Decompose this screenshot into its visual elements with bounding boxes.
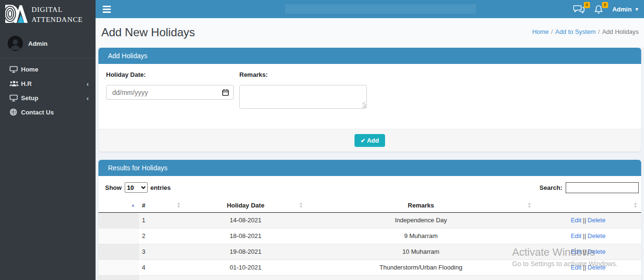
sidebar-user-name: Admin (28, 40, 47, 47)
brand-name: DIGITAL ATTENDANCE (32, 5, 83, 25)
results-panel: Results for Holidays Show 10 entries Sea… (98, 160, 641, 280)
chat-icon (573, 5, 585, 13)
globe-icon (10, 108, 20, 116)
remarks-textarea[interactable] (239, 85, 367, 109)
sort-icons: ▲▼ (299, 202, 303, 208)
column-header-sorted[interactable]: ▲ (98, 199, 139, 212)
cell-num: 1 (139, 212, 184, 228)
avatar (8, 36, 23, 51)
chevron-down-icon: ▼ (634, 7, 639, 12)
search-label: Search: (539, 184, 562, 191)
table-search-input[interactable] (566, 182, 639, 193)
cell-remarks: Independence Day (307, 212, 535, 228)
edit-link[interactable]: Edit (571, 232, 581, 239)
cell-date: 01-10-2021 (184, 259, 307, 275)
add-holidays-panel: Add Holidays Holiday Date: Remarks: (98, 48, 641, 152)
results-panel-title: Results for Holidays (98, 160, 641, 176)
sort-icons: ▲▼ (177, 202, 181, 208)
table-row: 3 19-08-2021 10 Muharram Edit||Delete (98, 244, 641, 259)
app-window: DIGITAL ATTENDANCE Admin (0, 0, 644, 280)
chat-button[interactable]: 0 (573, 5, 585, 13)
cell-num: 3 (139, 244, 184, 259)
brand-logo-icon (3, 3, 28, 26)
cell-num: 2 (139, 228, 184, 244)
add-button[interactable]: ✔Add (354, 134, 385, 147)
hamburger-menu-icon[interactable] (96, 0, 118, 18)
sidebar-item-hr[interactable]: H.R ‹ (0, 76, 96, 91)
add-holidays-panel-title: Add Holidays (98, 48, 641, 64)
column-header-actions[interactable]: ▲▼ (535, 199, 641, 212)
cell-remarks: 10 Muharram (307, 244, 535, 259)
breadcrumb-current: Add Holidays (602, 28, 639, 35)
sidebar-item-setup[interactable]: Setup ‹ (0, 91, 96, 105)
sort-asc-icon: ▲ (131, 203, 135, 207)
column-header-holiday-date[interactable]: Holiday Date▲▼ (184, 199, 307, 212)
holiday-date-input[interactable] (106, 85, 234, 100)
table-row: 1 14-08-2021 Independence Day Edit||Dele… (98, 212, 641, 228)
cell-num: 4 (139, 259, 184, 275)
monitor-icon (10, 94, 20, 102)
cell-remarks: Thunderstorm/Urban Flooding (307, 259, 535, 275)
table-header-row: ▲ #▲▼ Holiday Date▲▼ Remarks▲▼ ▲▼ (98, 199, 641, 212)
column-header-num[interactable]: #▲▼ (139, 199, 184, 212)
brand: DIGITAL ATTENDANCE (0, 0, 96, 30)
delete-link[interactable]: Delete (588, 232, 606, 239)
notifications-button[interactable]: 0 (594, 5, 603, 14)
sidebar-item-contact-us[interactable]: Contact Us (0, 105, 96, 119)
sidebar-menu: Home H.R ‹ (0, 58, 96, 119)
table-row: 4 01-10-2021 Thunderstorm/Urban Flooding… (98, 259, 641, 275)
calendar-icon[interactable] (222, 89, 229, 98)
holiday-date-label: Holiday Date: (106, 71, 146, 78)
breadcrumb-home-link[interactable]: Home (532, 28, 549, 35)
sidebar-item-home[interactable]: Home (0, 62, 96, 76)
edit-link[interactable]: Edit (571, 217, 581, 224)
main-content: Add New Holidays Home/Add to System/Add … (96, 18, 644, 280)
sort-icons: ▲▼ (633, 202, 637, 208)
cell-remarks: 9 Muharram (307, 228, 535, 244)
sort-icons: ▲▼ (527, 202, 531, 208)
cell-date: 18-08-2021 (184, 228, 307, 244)
cell-date: 14-08-2021 (184, 212, 307, 228)
topbar: 0 0 Admin ▼ (96, 0, 644, 18)
page-length-control: Show 10 entries (105, 182, 171, 193)
chevron-left-icon: ‹ (86, 80, 89, 87)
chevron-left-icon: ‹ (86, 94, 89, 102)
topbar-search-input[interactable] (285, 4, 476, 14)
column-header-remarks[interactable]: Remarks▲▼ (307, 199, 535, 212)
edit-link[interactable]: Edit (571, 248, 581, 255)
holidays-table: ▲ #▲▼ Holiday Date▲▼ Remarks▲▼ ▲▼ 1 14-0… (98, 199, 641, 280)
table-row (98, 275, 641, 280)
sidebar-user: Admin (0, 30, 96, 58)
delete-link[interactable]: Delete (588, 217, 606, 224)
breadcrumb-add-to-system-link[interactable]: Add to System (555, 28, 596, 35)
delete-link[interactable]: Delete (588, 248, 606, 255)
bell-icon (594, 5, 603, 14)
chat-badge: 0 (584, 2, 590, 8)
check-icon: ✔ (361, 137, 365, 144)
notifications-badge: 0 (602, 2, 608, 8)
page-length-select[interactable]: 10 (125, 182, 148, 193)
cell-date: 19-08-2021 (184, 244, 307, 259)
sidebar: DIGITAL ATTENDANCE Admin (0, 0, 96, 280)
admin-dropdown[interactable]: Admin ▼ (612, 6, 639, 13)
page-title: Add New Holidays (101, 26, 195, 39)
remarks-label: Remarks: (239, 71, 268, 78)
users-icon (10, 80, 20, 87)
breadcrumb: Home/Add to System/Add Holidays (532, 28, 639, 35)
table-row: 2 18-08-2021 9 Muharram Edit||Delete (98, 228, 641, 244)
delete-link[interactable]: Delete (588, 264, 606, 271)
monitor-icon (10, 66, 20, 73)
edit-link[interactable]: Edit (571, 264, 581, 271)
